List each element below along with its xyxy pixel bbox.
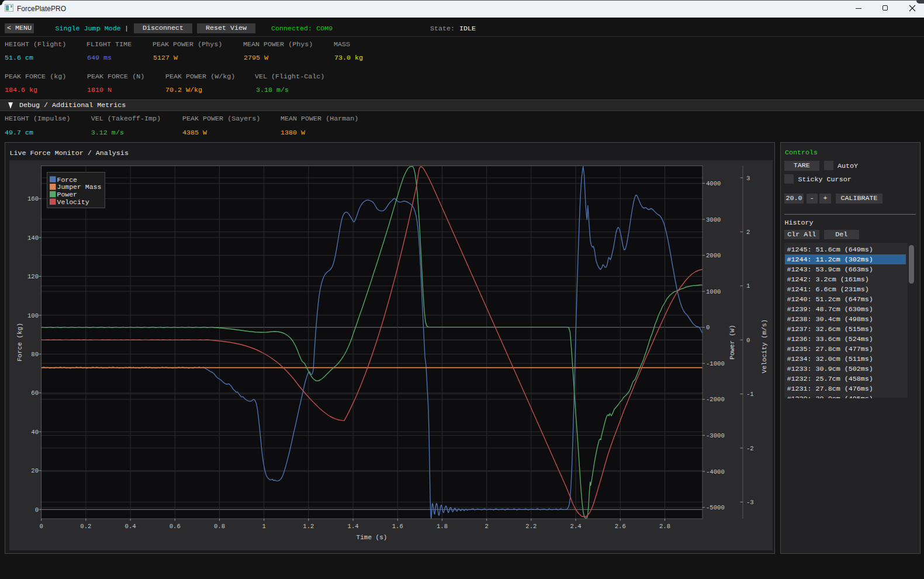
svg-text:0: 0 bbox=[40, 523, 43, 530]
svg-text:20: 20 bbox=[31, 467, 39, 474]
svg-text:100: 100 bbox=[27, 312, 39, 319]
svg-text:2.2: 2.2 bbox=[525, 523, 537, 530]
svg-text:0: 0 bbox=[746, 337, 750, 344]
svg-text:4000: 4000 bbox=[706, 180, 721, 187]
svg-text:-2: -2 bbox=[746, 445, 754, 452]
svg-text:1.4: 1.4 bbox=[348, 523, 359, 530]
svg-text:80: 80 bbox=[31, 351, 39, 358]
svg-text:Power (W): Power (W) bbox=[729, 325, 736, 359]
svg-text:0.2: 0.2 bbox=[80, 523, 91, 530]
svg-text:0.8: 0.8 bbox=[214, 523, 225, 530]
svg-text:1.2: 1.2 bbox=[303, 523, 314, 530]
svg-text:Power: Power bbox=[57, 191, 78, 198]
svg-text:140: 140 bbox=[27, 235, 39, 242]
svg-text:-3: -3 bbox=[746, 499, 754, 506]
svg-text:2: 2 bbox=[746, 229, 750, 236]
svg-text:0.4: 0.4 bbox=[125, 523, 136, 530]
svg-text:0.6: 0.6 bbox=[169, 523, 181, 530]
svg-text:1000: 1000 bbox=[706, 288, 721, 295]
svg-text:-2000: -2000 bbox=[706, 396, 725, 403]
svg-text:1.6: 1.6 bbox=[392, 523, 403, 530]
svg-text:-1: -1 bbox=[746, 391, 754, 398]
svg-text:-1000: -1000 bbox=[706, 360, 725, 367]
svg-text:0: 0 bbox=[706, 324, 710, 331]
svg-text:2.4: 2.4 bbox=[570, 523, 582, 530]
svg-text:-4000: -4000 bbox=[706, 468, 725, 475]
svg-text:60: 60 bbox=[31, 390, 39, 397]
svg-text:120: 120 bbox=[27, 273, 39, 280]
svg-text:Velocity: Velocity bbox=[57, 198, 89, 206]
svg-text:1: 1 bbox=[746, 282, 750, 290]
svg-text:-3000: -3000 bbox=[706, 432, 725, 439]
svg-text:2.8: 2.8 bbox=[659, 523, 670, 530]
svg-text:1.8: 1.8 bbox=[437, 523, 448, 530]
svg-text:2: 2 bbox=[485, 523, 489, 530]
svg-text:2.6: 2.6 bbox=[615, 523, 626, 530]
svg-text:160: 160 bbox=[27, 195, 39, 202]
svg-text:-5000: -5000 bbox=[706, 504, 725, 511]
svg-text:3000: 3000 bbox=[706, 216, 721, 223]
svg-text:Time (s): Time (s) bbox=[357, 534, 387, 541]
svg-text:Force (kg): Force (kg) bbox=[16, 323, 23, 361]
svg-text:Jumper Mass: Jumper Mass bbox=[57, 183, 102, 191]
svg-text:1: 1 bbox=[262, 523, 266, 530]
svg-text:Force: Force bbox=[57, 176, 78, 184]
svg-text:40: 40 bbox=[31, 429, 39, 436]
svg-text:3: 3 bbox=[746, 175, 750, 182]
svg-text:2000: 2000 bbox=[706, 252, 721, 259]
svg-text:0: 0 bbox=[35, 506, 39, 513]
svg-text:Velocity (m/s): Velocity (m/s) bbox=[761, 319, 768, 373]
